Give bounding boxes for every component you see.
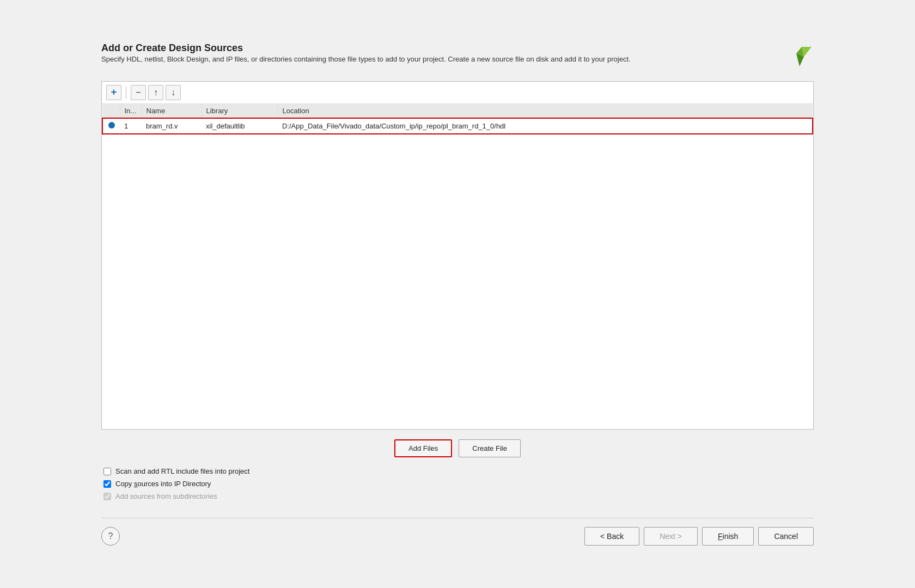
dialog-header: Add or Create Design Sources Specify HDL… — [101, 42, 814, 78]
add-button[interactable]: + — [106, 85, 121, 100]
toolbar-separator — [126, 87, 126, 99]
row-indicator — [102, 118, 120, 134]
file-panel: + − ↑ ↓ In... Name Library Location — [101, 81, 814, 430]
dialog: Add or Create Design Sources Specify HDL… — [82, 27, 833, 561]
row-location: D:/App_Data_File/Vivado_data/Custom_ip/i… — [278, 118, 813, 134]
col-header-indicator — [102, 104, 120, 118]
copy-sources-checkbox[interactable] — [103, 480, 111, 488]
row-library: xil_defaultlib — [202, 118, 278, 134]
add-files-button[interactable]: Add Files — [394, 439, 452, 457]
col-header-location: Location — [278, 104, 813, 118]
action-buttons: Add Files Create File — [101, 439, 814, 457]
dialog-title-area: Add or Create Design Sources Specify HDL… — [101, 42, 631, 78]
sources-table: In... Name Library Location 1 bram_rd.v … — [102, 104, 813, 134]
row-name: bram_rd.v — [142, 118, 202, 134]
remove-button[interactable]: − — [131, 85, 146, 100]
copy-sources-option[interactable]: Copy sources into IP Directory — [103, 480, 814, 488]
status-dot — [108, 122, 115, 128]
table-header-row: In... Name Library Location — [102, 104, 813, 118]
options-area: Scan and add RTL include files into proj… — [101, 467, 814, 500]
row-index: 1 — [120, 118, 142, 134]
vivado-logo — [785, 42, 814, 71]
move-up-button[interactable]: ↑ — [148, 85, 163, 100]
scan-rtl-checkbox[interactable] — [103, 468, 111, 475]
copy-sources-label: Copy sources into IP Directory — [115, 480, 211, 488]
cancel-button[interactable]: Cancel — [758, 527, 814, 546]
finish-button[interactable]: Finish — [702, 527, 754, 546]
col-header-index: In... — [120, 104, 142, 118]
back-button[interactable]: < Back — [584, 527, 639, 546]
move-down-button[interactable]: ↓ — [166, 85, 181, 100]
table-area: In... Name Library Location 1 bram_rd.v … — [102, 104, 813, 430]
toolbar: + − ↑ ↓ — [102, 82, 813, 104]
add-subdirs-option: Add sources from subdirectories — [103, 492, 814, 500]
dialog-title: Add or Create Design Sources — [101, 42, 631, 54]
help-button[interactable]: ? — [101, 527, 120, 546]
col-header-name: Name — [142, 104, 202, 118]
create-file-button[interactable]: Create File — [459, 439, 521, 457]
scan-rtl-label: Scan and add RTL include files into proj… — [115, 467, 249, 475]
footer: ? < Back Next > Finish Cancel — [101, 518, 814, 546]
dialog-description: Specify HDL, netlist, Block Design, and … — [101, 54, 631, 65]
add-subdirs-checkbox — [103, 493, 111, 500]
col-header-library: Library — [202, 104, 278, 118]
next-button[interactable]: Next > — [644, 527, 698, 546]
add-subdirs-label: Add sources from subdirectories — [115, 492, 217, 500]
table-row[interactable]: 1 bram_rd.v xil_defaultlib D:/App_Data_F… — [102, 118, 813, 134]
scan-rtl-option[interactable]: Scan and add RTL include files into proj… — [103, 467, 814, 475]
nav-buttons: < Back Next > Finish Cancel — [584, 527, 814, 546]
